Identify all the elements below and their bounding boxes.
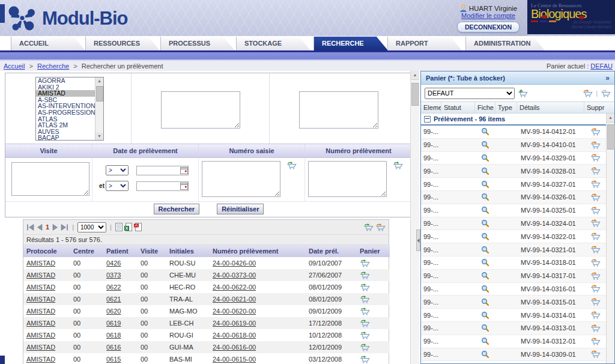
date-operator-select-2[interactable]: >	[106, 181, 129, 191]
add-prelevement-to-cart-button[interactable]	[393, 162, 403, 169]
add-all-to-cart-button[interactable]	[363, 223, 374, 231]
remove-from-cart-button[interactable]	[590, 128, 601, 136]
remove-from-cart-button[interactable]	[590, 246, 601, 253]
element-link[interactable]: 99-...	[421, 220, 441, 227]
last-page-button[interactable]	[61, 224, 68, 231]
numero-saisie-textarea[interactable]	[202, 161, 280, 197]
tab-administration[interactable]: ADMINISTRATION	[465, 36, 545, 50]
collapse-group-icon[interactable]	[424, 116, 431, 123]
protocole-link[interactable]: AMISTAD	[26, 296, 55, 303]
patient-link[interactable]: 0619	[106, 320, 121, 327]
patient-link[interactable]: 0622	[106, 284, 121, 291]
col-patient[interactable]: Patient	[103, 245, 138, 257]
tab-recherche[interactable]: RECHERCHE	[314, 36, 388, 50]
scroll-up-icon[interactable]: ▲	[95, 77, 103, 85]
element-link[interactable]: 99-...	[421, 246, 441, 253]
element-link[interactable]: 99-...	[421, 233, 441, 240]
prev-page-button[interactable]	[36, 224, 43, 231]
tab-ressources[interactable]: RESSOURCES	[85, 36, 160, 50]
remove-from-cart-button[interactable]	[590, 285, 601, 293]
edit-account-link[interactable]: Modifier le compte	[461, 12, 515, 19]
fiche-magnifier-icon[interactable]	[481, 127, 489, 136]
fiche-magnifier-icon[interactable]	[481, 180, 489, 189]
remove-from-cart-button[interactable]	[590, 141, 601, 149]
scroll-down-icon[interactable]: ▼	[95, 133, 103, 140]
numero-prelevement-link[interactable]: 24-00-0621-00	[213, 296, 256, 303]
fiche-magnifier-icon[interactable]	[481, 154, 489, 162]
numero-prelevement-link[interactable]: 24-00-0615-00	[213, 356, 256, 363]
remove-from-cart-button[interactable]	[590, 167, 601, 175]
listbox-scrollbar[interactable]: ▲ ▼	[95, 77, 103, 140]
visite-textarea[interactable]	[11, 162, 89, 196]
protocole-link[interactable]: AMISTAD	[26, 332, 55, 339]
patient-link[interactable]: 0373	[106, 271, 121, 279]
col-centre[interactable]: Centre	[70, 245, 103, 257]
cart-action-button[interactable]	[601, 89, 611, 97]
element-link[interactable]: 99-...	[421, 285, 441, 293]
search-button[interactable]: Rechercher	[154, 204, 200, 214]
remove-from-cart-button[interactable]	[590, 180, 601, 188]
col-initiales[interactable]: Initiales	[166, 245, 210, 257]
criteria-textarea-2[interactable]	[299, 91, 378, 129]
remove-from-cart-button[interactable]	[590, 207, 601, 214]
patient-link[interactable]: 0426	[106, 259, 121, 267]
panel-collapse-handle[interactable]	[416, 229, 420, 251]
fiche-magnifier-icon[interactable]	[481, 246, 489, 254]
fiche-magnifier-icon[interactable]	[481, 311, 489, 320]
add-to-cart-button[interactable]	[357, 305, 390, 317]
numero-prelevement-link[interactable]: 24-00-0622-00	[213, 284, 256, 291]
protocole-link[interactable]: AMISTAD	[26, 344, 55, 351]
add-to-cart-button[interactable]	[357, 293, 390, 305]
col-date-prel[interactable]: Date prél.	[306, 245, 357, 257]
element-link[interactable]: 99-...	[421, 154, 441, 162]
numero-prelevement-link[interactable]: 24-00-0426-00	[213, 259, 256, 267]
scrollbar-thumb[interactable]	[411, 83, 419, 106]
scrollbar-thumb[interactable]	[607, 124, 615, 150]
element-link[interactable]: 99-...	[421, 141, 441, 148]
patient-link[interactable]: 0616	[106, 344, 121, 351]
tab-rapport[interactable]: RAPPORT	[387, 36, 462, 50]
col-visite[interactable]: Visite	[138, 245, 166, 257]
remove-from-cart-button[interactable]	[590, 298, 601, 306]
protocole-link[interactable]: AMISTAD	[26, 308, 55, 315]
element-link[interactable]: 99-...	[421, 324, 441, 332]
calendar-icon[interactable]	[180, 182, 188, 190]
remove-from-cart-button[interactable]	[590, 219, 601, 227]
fiche-magnifier-icon[interactable]	[481, 258, 489, 267]
cart-select[interactable]: DEFAUT	[425, 88, 515, 99]
numero-prelevement-link[interactable]: 24-00-0616-00	[213, 344, 256, 351]
new-cart-button[interactable]	[518, 89, 528, 97]
numero-prelevement-link[interactable]: 24-00-0620-00	[213, 308, 256, 315]
add-to-cart-button[interactable]	[357, 317, 390, 329]
remove-from-cart-button[interactable]	[590, 232, 601, 240]
date-operator-select-1[interactable]: >	[106, 165, 129, 175]
add-to-cart-button[interactable]	[357, 329, 390, 341]
add-to-cart-button[interactable]	[357, 281, 390, 293]
element-link[interactable]: 99-...	[421, 338, 441, 345]
tab-accueil[interactable]: ACCUEIL	[11, 36, 85, 50]
fiche-magnifier-icon[interactable]	[481, 337, 489, 345]
export-excel-icon[interactable]	[124, 223, 132, 231]
element-link[interactable]: 99-...	[421, 207, 441, 214]
logout-button[interactable]: DECONNEXION	[457, 22, 520, 32]
element-link[interactable]: 99-...	[421, 272, 441, 279]
tab-processus[interactable]: PROCESSUS	[160, 36, 235, 50]
add-to-cart-button[interactable]	[357, 269, 390, 281]
patient-link[interactable]: 0615	[106, 356, 121, 363]
remove-from-cart-button[interactable]	[590, 272, 601, 280]
element-link[interactable]: 99-...	[421, 193, 441, 201]
element-link[interactable]: 99-...	[421, 181, 441, 188]
remove-from-cart-button[interactable]	[590, 193, 601, 201]
scrollbar-thumb[interactable]	[96, 86, 103, 102]
fiche-magnifier-icon[interactable]	[481, 141, 489, 149]
patient-link[interactable]: 0621	[106, 296, 121, 303]
main-vertical-scrollbar[interactable]: ▲	[410, 71, 419, 364]
fiche-magnifier-icon[interactable]	[481, 193, 489, 201]
protocol-option[interactable]: AS-PROGRESSION	[36, 109, 95, 116]
date-input-1[interactable]	[136, 166, 189, 175]
patient-link[interactable]: 0620	[106, 308, 121, 315]
protocole-link[interactable]: AMISTAD	[26, 271, 55, 279]
protocol-option[interactable]: AGORRA	[36, 77, 95, 84]
protocol-option[interactable]: BACAP	[36, 135, 95, 141]
current-cart-link[interactable]: DEFAU	[590, 62, 613, 70]
